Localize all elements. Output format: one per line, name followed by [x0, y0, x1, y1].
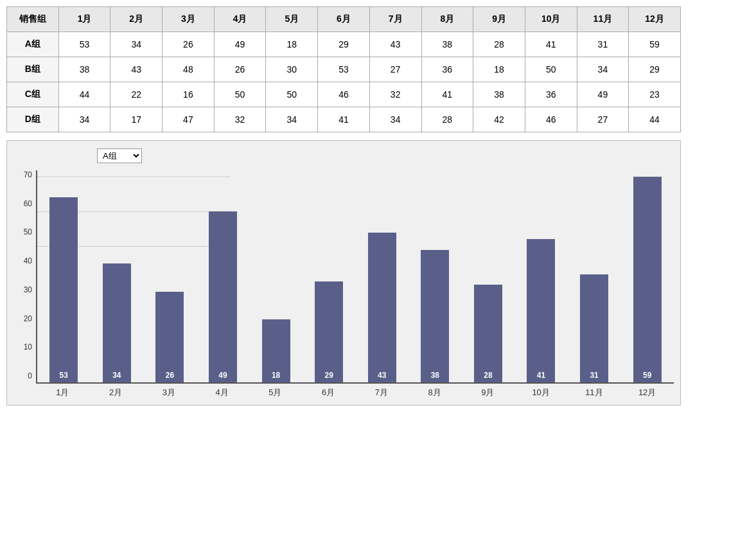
bar-value-label: 38 [431, 371, 439, 382]
value-cell: 27 [369, 57, 421, 82]
value-cell: 16 [163, 82, 215, 107]
bar-group: 49 [197, 177, 250, 382]
value-cell: 30 [266, 57, 318, 82]
value-cell: 49 [214, 32, 266, 57]
x-axis-label: 4月 [195, 384, 249, 398]
value-cell: 53 [58, 32, 110, 57]
value-cell: 50 [214, 82, 266, 107]
value-cell: 32 [369, 82, 421, 107]
bar-value-label: 41 [537, 371, 545, 382]
value-cell: 23 [629, 82, 681, 107]
x-axis-label: 2月 [89, 384, 143, 398]
bar-group: 41 [514, 177, 568, 382]
bar: 28 [474, 285, 502, 382]
value-cell: 48 [163, 57, 215, 82]
value-cell: 29 [629, 57, 681, 82]
bar: 29 [315, 281, 343, 382]
bar-group: 26 [143, 177, 197, 382]
value-cell: 43 [369, 32, 421, 57]
bar-value-label: 53 [60, 371, 68, 382]
chart-inner: 533426491829433828413159 1月2月3月4月5月6月7月8… [36, 170, 674, 398]
value-cell: 50 [266, 82, 318, 107]
value-cell: 46 [318, 82, 370, 107]
value-cell: 26 [163, 32, 215, 57]
value-cell: 44 [58, 82, 110, 107]
x-axis-label: 10月 [514, 384, 568, 398]
group-select[interactable]: A组B组C组D组 [97, 148, 142, 163]
x-axis-label: 12月 [620, 384, 674, 398]
value-cell: 38 [421, 32, 473, 57]
x-axis-label: 6月 [302, 384, 355, 398]
bar-group: 43 [355, 177, 409, 382]
bar-value-label: 26 [166, 371, 174, 382]
chart-container: A组B组C组D组 706050403020100 533426491829433… [6, 140, 681, 405]
x-axis-label: 9月 [461, 384, 514, 398]
x-axis-label: 3月 [143, 384, 196, 398]
x-axis-label: 5月 [249, 384, 302, 398]
bar-group: 53 [37, 177, 91, 382]
value-cell: 34 [369, 107, 421, 132]
value-cell: 22 [110, 82, 163, 107]
y-axis-label: 40 [24, 256, 32, 265]
bar: 59 [633, 177, 662, 382]
group-dropdown-wrapper[interactable]: A组B组C组D组 [97, 148, 142, 163]
bar: 31 [580, 274, 608, 382]
value-cell: 18 [266, 32, 318, 57]
value-cell: 31 [577, 32, 629, 57]
y-axis-label: 70 [24, 170, 32, 179]
value-cell: 53 [318, 57, 370, 82]
bar-group: 59 [620, 177, 674, 382]
x-axis-label: 7月 [355, 384, 409, 398]
bar: 18 [262, 319, 290, 382]
value-cell: 27 [577, 107, 629, 132]
table-row: B组384348263053273618503429 [7, 57, 681, 82]
x-axis-label: 1月 [36, 384, 89, 398]
bar-group: 18 [249, 177, 303, 382]
group-cell: A组 [7, 32, 59, 57]
y-axis-label: 20 [24, 314, 32, 323]
group-cell: C组 [7, 82, 59, 107]
y-axis-label: 60 [24, 199, 32, 208]
bar-value-label: 29 [324, 371, 333, 382]
value-cell: 32 [214, 107, 266, 132]
value-cell: 42 [473, 107, 525, 132]
bar-group: 38 [409, 177, 462, 382]
value-cell: 41 [421, 82, 473, 107]
table-header: 9月 [473, 7, 525, 32]
table-row: D组341747323441342842462744 [7, 107, 681, 132]
value-cell: 17 [110, 107, 163, 132]
table-row: C组442216505046324138364923 [7, 82, 681, 107]
value-cell: 34 [58, 107, 110, 132]
table-header: 7月 [369, 7, 421, 32]
value-cell: 36 [421, 57, 473, 82]
bar-group: 28 [462, 177, 515, 382]
table-header: 11月 [577, 7, 629, 32]
bar: 41 [527, 239, 555, 382]
y-axis-label: 30 [24, 285, 32, 294]
value-cell: 34 [266, 107, 318, 132]
y-axis-label: 0 [28, 371, 32, 380]
bar-value-label: 34 [112, 371, 121, 382]
bar-value-label: 31 [590, 371, 598, 382]
group-cell: D组 [7, 107, 59, 132]
table-header: 6月 [318, 7, 370, 32]
value-cell: 26 [214, 57, 266, 82]
y-axis: 706050403020100 [13, 170, 36, 398]
value-cell: 34 [577, 57, 629, 82]
bars-area: 533426491829433828413159 [36, 170, 674, 384]
value-cell: 44 [629, 107, 681, 132]
value-cell: 41 [318, 107, 370, 132]
bar-value-label: 18 [272, 371, 280, 382]
bar: 26 [155, 292, 184, 382]
bar-value-label: 49 [218, 371, 227, 382]
value-cell: 49 [577, 82, 629, 107]
x-axis-label: 11月 [568, 384, 621, 398]
value-cell: 46 [525, 107, 577, 132]
group-cell: B组 [7, 57, 59, 82]
table-header: 12月 [629, 7, 681, 32]
y-axis-label: 50 [24, 227, 32, 236]
value-cell: 29 [318, 32, 370, 57]
bar-group: 34 [91, 177, 144, 382]
bar: 53 [49, 197, 78, 382]
bar: 49 [209, 211, 237, 382]
